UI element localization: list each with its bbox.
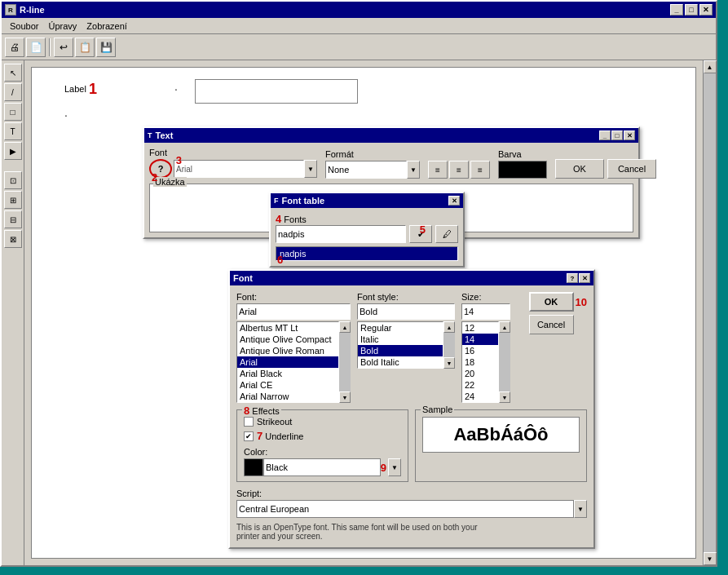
text-dialog-cancel[interactable]: Cancel [607,159,656,179]
sidebar-run[interactable]: ▶ [4,142,22,160]
color-dropdown-button[interactable]: ▼ [388,458,401,476]
align-center-button[interactable]: ≡ [449,161,469,179]
size-scroll-track[interactable] [499,333,510,391]
font-table-close[interactable]: ✕ [448,196,460,206]
sidebar-rect[interactable]: □ [4,103,22,121]
font-item-3[interactable]: Arial [237,356,338,368]
font-item-4[interactable]: Arial Black [237,368,338,379]
align-left-button[interactable]: ≡ [428,161,448,179]
style-item-3[interactable]: Bold Italic [358,356,443,368]
font-item-0[interactable]: Albertus MT Lt [237,322,338,334]
sidebar-arrow[interactable]: ↖ [4,64,22,82]
toolbar-print[interactable]: 🖨 [5,38,24,57]
format-combo[interactable]: None [325,161,407,179]
script-label: Script: [236,489,587,498]
sidebar-tool8[interactable]: ⊠ [4,230,22,248]
text-dialog-minimize[interactable]: _ [599,130,611,140]
color-preview [244,458,263,476]
font-combo-arrow[interactable]: ▼ [304,160,317,178]
size-list-container[interactable]: 12 14 16 18 20 22 24 [461,321,499,403]
font-dialog-question[interactable]: ? [567,273,578,283]
font-dialog-close[interactable]: ✕ [579,273,590,283]
toolbar-undo[interactable]: ↩ [54,38,73,57]
style-scroll-track[interactable] [443,333,455,357]
toolbar-new[interactable]: 📄 [26,38,46,57]
strikeout-checkbox[interactable] [244,417,254,427]
size-item-3[interactable]: 18 [462,356,498,368]
style-list: Regular Italic Bold Bold Italic [357,321,443,369]
style-item-0[interactable]: Regular [358,322,443,334]
font-scroll-up[interactable]: ▲ [339,321,351,333]
sidebar-text[interactable]: T [4,122,22,140]
menu-upravy[interactable]: Úpravy [43,20,82,33]
close-button[interactable]: ✕ [699,4,713,15]
font-table-list-container: nadpis 6 [276,246,458,261]
sidebar-line[interactable]: / [4,83,22,101]
menu-zobrazeni[interactable]: Zobrazení [82,20,132,33]
font-table-search-input[interactable] [276,225,406,243]
underline-label: 7 Underline [257,430,303,442]
size-item-4[interactable]: 20 [462,368,498,379]
minimize-button[interactable]: _ [670,4,683,15]
toolbar-save[interactable]: 💾 [96,38,116,57]
color-section: Color: Black 9 ▼ [244,447,401,476]
font-table-list[interactable]: nadpis [276,246,458,261]
font-item-5[interactable]: Arial CE [237,379,338,391]
size-scroll-down[interactable]: ▼ [499,391,510,403]
font-col-style-label: Font style: [357,292,455,302]
font-scroll-down[interactable]: ▼ [339,391,351,403]
font-item-1[interactable]: Antique Olive Compact [237,334,338,345]
maximize-button[interactable]: □ [685,4,698,15]
font-combo[interactable]: Arial [174,160,304,178]
style-list-container[interactable]: Regular Italic Bold Bold Italic [357,321,443,369]
barva-field-group: Barva [498,149,547,179]
size-item-1[interactable]: 14 [462,334,498,345]
font-item-2[interactable]: Antique Olive Roman [237,345,338,356]
style-scroll-up[interactable]: ▲ [443,321,455,333]
font-style-input[interactable] [357,303,455,320]
style-item-2[interactable]: Bold [358,345,443,356]
size-item-5[interactable]: 22 [462,379,498,391]
sidebar-tool7[interactable]: ⊟ [4,210,22,228]
canvas-dot2: · [174,82,178,95]
size-item-6[interactable]: 24 [462,391,498,402]
font-list: Albertus MT Lt Antique Olive Compact Ant… [236,321,339,403]
color-box[interactable] [498,161,547,179]
scroll-down[interactable]: ▼ [704,552,717,565]
style-scroll-down[interactable]: ▼ [443,357,455,369]
font-size-input[interactable] [461,303,510,320]
size-scroll-up[interactable]: ▲ [499,321,510,333]
sidebar-tool6[interactable]: ⊞ [4,191,22,209]
script-section: Script: ▼ [236,489,587,518]
script-input[interactable] [236,500,574,518]
text-dialog-ok[interactable]: OK [555,159,604,179]
font-item-6[interactable]: Arial Narrow [237,391,338,402]
font-table-edit-button[interactable]: 🖊 [435,225,458,243]
text-dialog-maximize[interactable]: □ [611,130,623,140]
font-table-item-0[interactable]: nadpis [276,247,457,260]
script-dropdown-button[interactable]: ▼ [574,500,587,518]
font-name-input[interactable] [236,303,351,320]
font-ok-button[interactable]: OK [529,292,574,312]
font-scroll-track[interactable] [339,333,351,391]
menu-soubor[interactable]: Soubor [5,20,43,33]
font-dialog-title-label: Font [233,273,253,283]
sidebar-tool5[interactable]: ⊡ [4,171,22,189]
font-list-container[interactable]: Albertus MT Lt Antique Olive Compact Ant… [236,321,339,403]
style-item-1[interactable]: Italic [358,334,443,345]
scroll-track[interactable] [704,73,716,552]
text-dialog-close[interactable]: ✕ [624,130,635,140]
underline-checkbox[interactable]: ✔ [244,431,254,441]
font-cancel-button[interactable]: Cancel [529,315,574,334]
font-table-title: F Font table ✕ [271,193,463,208]
align-label [428,149,490,159]
canvas-number: 1 [89,81,97,98]
size-item-0[interactable]: 12 [462,322,498,334]
size-item-2[interactable]: 16 [462,345,498,356]
scroll-up[interactable]: ▲ [704,60,717,73]
align-right-button[interactable]: ≡ [470,161,490,179]
toolbar-paste[interactable]: 📋 [75,38,95,57]
font-list-scrollbar: ▲ ▼ [339,321,351,403]
underline-row: ✔ 7 Underline [244,430,401,442]
format-combo-arrow[interactable]: ▼ [407,161,420,179]
